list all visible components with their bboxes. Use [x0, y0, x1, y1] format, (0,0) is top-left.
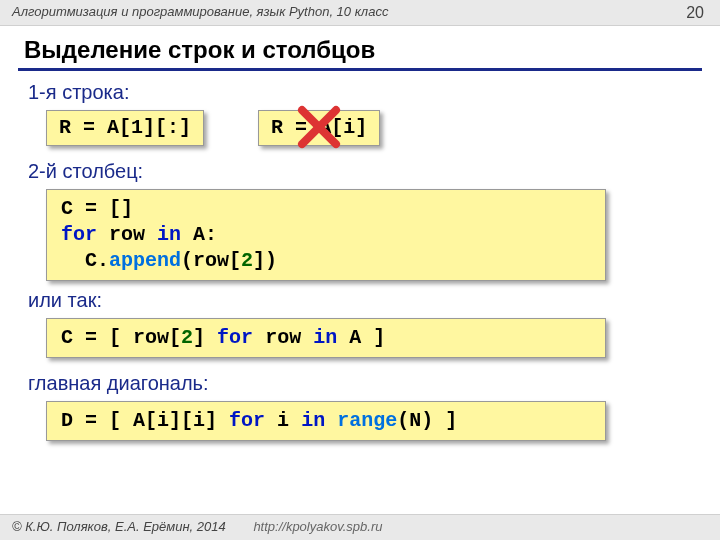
wrong-example: R = A[i]: [258, 110, 380, 146]
label-or: или так:: [28, 289, 692, 312]
copyright: © К.Ю. Поляков, Е.А. Ерёмин, 2014: [12, 519, 226, 534]
page-number: 20: [686, 4, 704, 22]
label-second-col: 2-й столбец:: [28, 160, 692, 183]
code-row-slice: R = A[1][:]: [46, 110, 204, 146]
header-bar: Алгоритмизация и программирование, язык …: [0, 0, 720, 26]
course-name: Алгоритмизация и программирование, язык …: [12, 4, 388, 19]
code-column-loop: C = [] for row in A: C.append(row[2]): [46, 189, 606, 281]
title-underline: [18, 68, 702, 71]
code-column-comprehension: C = [ row[2] for row in A ]: [46, 318, 606, 358]
code-diagonal: D = [ A[i][i] for i in range(N) ]: [46, 401, 606, 441]
label-first-row: 1-я строка:: [28, 81, 692, 104]
first-row-examples: R = A[1][:] R = A[i]: [46, 110, 692, 146]
label-diagonal: главная диагональ:: [28, 372, 692, 395]
footer-bar: © К.Ю. Поляков, Е.А. Ерёмин, 2014 http:/…: [0, 514, 720, 540]
content: 1-я строка: R = A[1][:] R = A[i] 2-й сто…: [0, 81, 720, 441]
footer-url: http://kpolyakov.spb.ru: [253, 519, 382, 534]
code-row-wrong: R = A[i]: [258, 110, 380, 146]
page-title: Выделение строк и столбцов: [0, 26, 720, 68]
